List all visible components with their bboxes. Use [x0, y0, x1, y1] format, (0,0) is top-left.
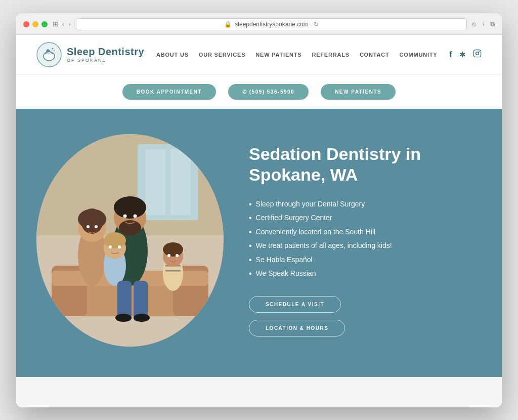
- hero-content: Sedation Dentistry in Spokane, WA Sleep …: [249, 144, 482, 337]
- svg-point-32: [118, 245, 121, 248]
- lock-icon: 🔒: [224, 21, 232, 28]
- phone-button[interactable]: ✆ (509) 536-5900: [228, 84, 309, 100]
- svg-point-39: [176, 254, 179, 257]
- hero-section: Sedation Dentistry in Spokane, WA Sleep …: [16, 109, 502, 377]
- sidebar-toggle-icon[interactable]: ⊞: [53, 20, 58, 28]
- list-item: Se Habla Español: [249, 253, 482, 267]
- logo-main-text: Sleep Dentistry: [67, 46, 144, 58]
- nav-referrals[interactable]: REFERRALS: [312, 52, 349, 58]
- list-item: We Speak Russian: [249, 267, 482, 281]
- location-hours-button[interactable]: LOCATION & HOURS: [249, 320, 345, 337]
- list-item: Sleep through your Dental Surgery: [249, 197, 482, 212]
- svg-point-42: [115, 314, 132, 322]
- schedule-visit-button[interactable]: SCHEDULE A VISIT: [249, 296, 341, 313]
- url-text: sleepdentistryspokane.com: [235, 21, 308, 28]
- svg-rect-4: [473, 50, 481, 57]
- logo-area: Sleep Dentistry of Spokane: [36, 42, 144, 67]
- svg-point-5: [476, 52, 479, 55]
- svg-point-37: [163, 242, 183, 257]
- svg-point-21: [95, 225, 98, 228]
- facebook-icon[interactable]: f: [449, 50, 452, 60]
- browser-chrome: ⊞ ‹ › 🔒 sleepdentistryspokane.com ↻ ⎋ + …: [16, 13, 502, 35]
- logo-sub-text: of Spokane: [67, 58, 144, 63]
- browser-actions: ⎋ + ⧉: [472, 20, 495, 28]
- site-header: Sleep Dentistry of Spokane ABOUT US OUR …: [16, 35, 502, 75]
- svg-point-27: [134, 214, 137, 218]
- hero-image: [36, 134, 224, 347]
- svg-rect-11: [170, 149, 191, 215]
- main-nav: ABOUT US OUR SERVICES NEW PATIENTS REFER…: [156, 52, 438, 58]
- share-icon[interactable]: ⎋: [472, 20, 476, 28]
- hero-title: Sedation Dentistry in Spokane, WA: [249, 144, 482, 185]
- back-icon[interactable]: ‹: [62, 20, 64, 28]
- logo-icon: [36, 42, 62, 67]
- svg-point-24: [114, 196, 146, 219]
- nav-about-us[interactable]: ABOUT US: [156, 52, 189, 58]
- hero-image-container: [36, 134, 224, 347]
- list-item: We treat patients of all ages, including…: [249, 239, 482, 253]
- svg-point-31: [109, 245, 112, 248]
- browser-window: ⊞ ‹ › 🔒 sleepdentistryspokane.com ↻ ⎋ + …: [16, 13, 502, 407]
- browser-controls: ⊞ ‹ ›: [53, 20, 71, 28]
- minimize-button[interactable]: [32, 21, 38, 27]
- hero-buttons: SCHEDULE A VISIT LOCATION & HOURS: [249, 296, 482, 337]
- svg-rect-10: [145, 149, 165, 215]
- website-content: Sleep Dentistry of Spokane ABOUT US OUR …: [16, 35, 502, 407]
- new-tab-icon[interactable]: +: [481, 20, 485, 28]
- svg-point-2: [52, 48, 54, 49]
- yelp-icon[interactable]: ✱: [459, 50, 466, 59]
- svg-point-43: [134, 314, 150, 322]
- book-appointment-button[interactable]: BOOK APPOINTMENT: [122, 84, 216, 100]
- svg-point-38: [167, 254, 170, 257]
- action-bar: BOOK APPOINTMENT ✆ (509) 536-5900 NEW PA…: [16, 75, 502, 109]
- instagram-icon[interactable]: [473, 49, 482, 60]
- close-button[interactable]: [23, 21, 29, 27]
- logo-text: Sleep Dentistry of Spokane: [67, 46, 144, 63]
- new-patients-button[interactable]: NEW PATIENTS: [321, 84, 396, 100]
- svg-point-26: [123, 214, 127, 218]
- svg-point-25: [119, 220, 141, 235]
- forward-icon[interactable]: ›: [68, 20, 70, 28]
- nav-new-patients[interactable]: NEW PATIENTS: [255, 52, 301, 58]
- address-bar[interactable]: 🔒 sleepdentistryspokane.com ↻: [76, 18, 467, 30]
- site-footer: [16, 377, 502, 407]
- svg-point-6: [479, 51, 480, 52]
- nav-contact[interactable]: CONTACT: [360, 52, 390, 58]
- svg-point-19: [81, 208, 103, 234]
- list-item: Conveniently located on the South Hill: [249, 225, 482, 239]
- nav-community[interactable]: COMMUNITY: [399, 52, 437, 58]
- traffic-lights: [23, 21, 48, 27]
- maximize-button[interactable]: [41, 21, 48, 27]
- svg-point-30: [104, 232, 126, 248]
- svg-point-20: [87, 225, 90, 228]
- social-icons: f ✱: [449, 49, 482, 60]
- reload-icon[interactable]: ↻: [314, 21, 319, 28]
- list-item: Certified Surgery Center: [249, 211, 482, 225]
- svg-point-3: [54, 50, 55, 51]
- hero-list: Sleep through your Dental Surgery Certif…: [249, 197, 482, 281]
- windows-icon[interactable]: ⧉: [490, 20, 495, 28]
- nav-our-services[interactable]: OUR SERVICES: [199, 52, 246, 58]
